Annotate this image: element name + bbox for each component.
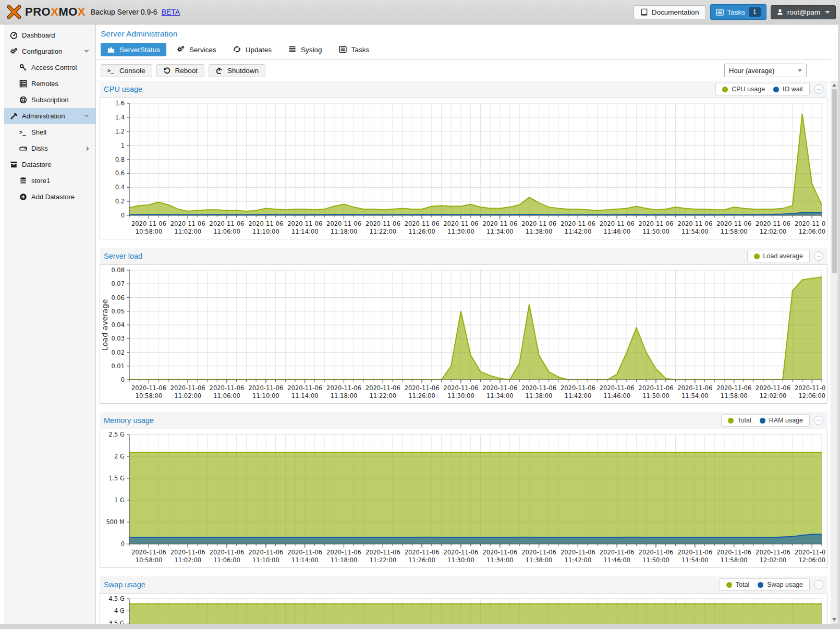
sidebar-item-configuration[interactable]: Configuration bbox=[4, 43, 95, 59]
bottom-edge-strip bbox=[0, 624, 840, 629]
svg-text:11:30:00: 11:30:00 bbox=[447, 557, 474, 564]
user-menu-button[interactable]: root@pam bbox=[771, 5, 836, 19]
svg-text:>_: >_ bbox=[107, 67, 114, 74]
task-list-icon bbox=[716, 8, 724, 16]
proxmox-logo: PROXMOX bbox=[6, 5, 86, 19]
collapse-panel-icon[interactable]: – bbox=[814, 416, 823, 425]
collapse-panel-icon[interactable]: – bbox=[814, 84, 823, 94]
tab-tasks[interactable]: Tasks bbox=[333, 43, 376, 56]
svg-text:1.5 G: 1.5 G bbox=[108, 475, 125, 482]
sidebar-item-store1[interactable]: store1 bbox=[4, 173, 95, 189]
memory-usage-chart: 0500 M1 G1.5 G2 G2.5 G2020-11-0610:58:00… bbox=[100, 429, 826, 566]
svg-text:2020-11-06: 2020-11-06 bbox=[716, 549, 751, 556]
svg-text:1.2: 1.2 bbox=[115, 128, 125, 135]
sidebar-item-shell[interactable]: >_ Shell bbox=[4, 124, 95, 140]
svg-text:2020-11-06: 2020-11-06 bbox=[795, 549, 826, 556]
svg-text:11:30:00: 11:30:00 bbox=[447, 228, 474, 235]
svg-text:11:22:00: 11:22:00 bbox=[369, 392, 396, 400]
memory-usage-legend[interactable]: Total RAM usage bbox=[721, 414, 810, 427]
svg-text:2020-11-06: 2020-11-06 bbox=[248, 549, 283, 556]
svg-text:2020-11-06: 2020-11-06 bbox=[561, 384, 595, 392]
svg-text:11:58:00: 11:58:00 bbox=[721, 228, 748, 235]
sidebar-item-disks[interactable]: Disks bbox=[4, 140, 95, 156]
sidebar-item-dashboard[interactable]: Dashboard bbox=[4, 27, 95, 43]
vertical-scrollbar[interactable] bbox=[831, 81, 838, 624]
svg-text:2020-11-06: 2020-11-06 bbox=[405, 384, 440, 392]
documentation-button[interactable]: Documentation bbox=[634, 5, 706, 19]
shutdown-button[interactable]: Shutdown bbox=[209, 64, 265, 77]
svg-text:1.6: 1.6 bbox=[115, 100, 125, 107]
svg-text:2020-11-06: 2020-11-06 bbox=[248, 220, 283, 227]
timeframe-select[interactable]: Hour (average) bbox=[724, 64, 807, 77]
svg-text:2020-11-06: 2020-11-06 bbox=[171, 384, 205, 392]
svg-text:0.8: 0.8 bbox=[115, 156, 125, 163]
database-icon bbox=[19, 177, 27, 185]
tab-serverstatus[interactable]: ServerStatus bbox=[101, 43, 166, 56]
gears-icon bbox=[177, 45, 185, 54]
svg-text:2020-11-06: 2020-11-06 bbox=[443, 549, 478, 556]
collapse-panel-icon[interactable]: – bbox=[814, 251, 823, 261]
sidebar-item-datastore[interactable]: Datastore bbox=[4, 156, 95, 173]
svg-text:12:06:00: 12:06:00 bbox=[798, 392, 825, 400]
sidebar-item-administration[interactable]: Administration bbox=[4, 108, 95, 124]
refresh-icon bbox=[233, 45, 241, 54]
svg-text:10:58:00: 10:58:00 bbox=[136, 228, 163, 235]
sidebar-item-subscription[interactable]: Subscription bbox=[4, 92, 95, 108]
power-icon bbox=[215, 67, 223, 75]
documentation-label: Documentation bbox=[652, 8, 699, 16]
scroll-down-icon[interactable] bbox=[832, 618, 836, 621]
tasks-button[interactable]: Tasks 1 bbox=[710, 4, 766, 20]
reboot-button[interactable]: Reboot bbox=[156, 64, 205, 77]
svg-text:11:26:00: 11:26:00 bbox=[408, 392, 435, 400]
svg-text:2020-11-06: 2020-11-06 bbox=[521, 220, 556, 227]
sidebar-item-add-datastore[interactable]: Add Datastore bbox=[4, 189, 95, 205]
svg-text:2020-11-06: 2020-11-06 bbox=[639, 220, 674, 227]
svg-text:11:58:00: 11:58:00 bbox=[721, 557, 748, 564]
legend-dot bbox=[760, 418, 765, 424]
sidebar-item-remotes[interactable]: Remotes bbox=[4, 76, 95, 92]
undo-icon bbox=[163, 67, 171, 75]
svg-text:0.02: 0.02 bbox=[111, 349, 125, 356]
chevron-right-icon[interactable] bbox=[87, 146, 89, 151]
cpu-usage-legend[interactable]: CPU usage IO wait bbox=[715, 83, 810, 95]
chevron-down-icon[interactable] bbox=[84, 50, 89, 53]
logo-wordmark: PROXMOX bbox=[25, 5, 86, 19]
console-button[interactable]: >_ Console bbox=[101, 64, 152, 77]
svg-text:11:10:00: 11:10:00 bbox=[252, 228, 279, 235]
cpu-usage-chart: 00.20.40.60.811.21.41.62020-11-0610:58:0… bbox=[100, 98, 826, 237]
svg-text:11:50:00: 11:50:00 bbox=[642, 228, 669, 235]
scrollbar-thumb[interactable] bbox=[832, 89, 837, 273]
svg-text:2020-11-06: 2020-11-06 bbox=[326, 549, 361, 556]
user-icon bbox=[776, 8, 784, 16]
svg-text:2020-11-06: 2020-11-06 bbox=[248, 384, 283, 392]
svg-text:11:22:00: 11:22:00 bbox=[369, 557, 396, 564]
beta-link[interactable]: BETA bbox=[162, 8, 180, 16]
legend-dot bbox=[722, 87, 728, 92]
collapse-panel-icon[interactable]: – bbox=[814, 580, 823, 589]
tab-services[interactable]: Services bbox=[171, 43, 223, 56]
memory-usage-panel: Memory usage Total RAM usage – 0500 M1 G… bbox=[100, 412, 827, 568]
tab-syslog[interactable]: Syslog bbox=[282, 43, 328, 56]
swap-usage-legend[interactable]: Total Swap usage bbox=[720, 578, 810, 591]
svg-text:2020-11-06: 2020-11-06 bbox=[756, 384, 790, 392]
svg-text:12:06:00: 12:06:00 bbox=[798, 557, 825, 564]
svg-text:10:58:00: 10:58:00 bbox=[136, 557, 163, 564]
swap-usage-panel: Swap usage Total Swap usage – 0500 M1 G1… bbox=[100, 576, 827, 624]
svg-text:11:02:00: 11:02:00 bbox=[174, 228, 201, 235]
main-content: Server Administration ServerStatus Servi… bbox=[96, 25, 831, 624]
svg-text:11:54:00: 11:54:00 bbox=[681, 557, 709, 564]
svg-text:0.06: 0.06 bbox=[111, 294, 125, 301]
svg-text:11:10:00: 11:10:00 bbox=[252, 557, 279, 564]
svg-text:11:46:00: 11:46:00 bbox=[603, 557, 630, 564]
sidebar-item-access-control[interactable]: Access Control bbox=[4, 59, 95, 76]
tab-updates[interactable]: Updates bbox=[227, 43, 278, 56]
terminal-icon: >_ bbox=[107, 67, 115, 75]
swap-usage-title: Swap usage bbox=[104, 580, 145, 589]
server-load-legend[interactable]: Load average bbox=[747, 250, 810, 262]
svg-text:2020-11-06: 2020-11-06 bbox=[326, 220, 361, 227]
scroll-up-icon[interactable] bbox=[832, 83, 836, 87]
chevron-down-icon[interactable] bbox=[84, 115, 89, 117]
dashboard-icon bbox=[9, 31, 18, 40]
svg-text:0.04: 0.04 bbox=[111, 321, 125, 329]
svg-text:2020-11-06: 2020-11-06 bbox=[677, 549, 712, 556]
